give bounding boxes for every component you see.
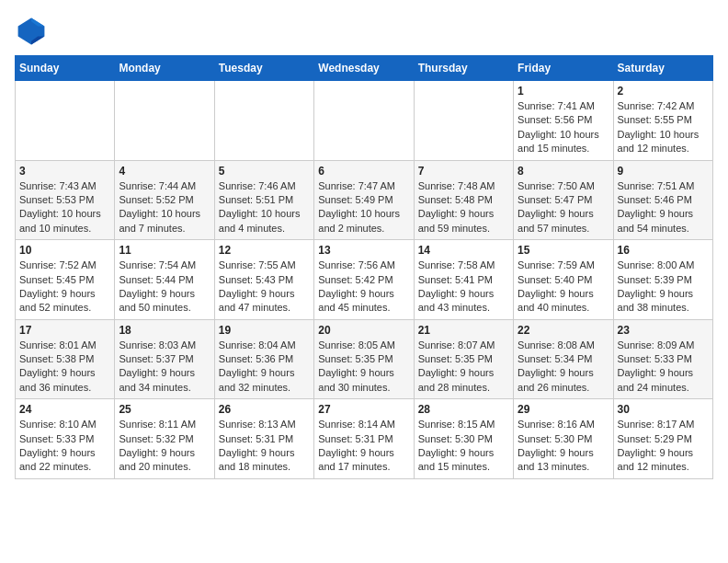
- calendar-cell: 23Sunrise: 8:09 AM Sunset: 5:33 PM Dayli…: [613, 319, 712, 399]
- day-info: Sunrise: 7:59 AM Sunset: 5:40 PM Dayligh…: [518, 259, 609, 316]
- day-number: 8: [518, 165, 609, 178]
- day-info: Sunrise: 8:03 AM Sunset: 5:37 PM Dayligh…: [119, 339, 210, 396]
- day-info: Sunrise: 8:16 AM Sunset: 5:30 PM Dayligh…: [518, 418, 609, 475]
- day-number: 5: [219, 165, 310, 178]
- day-number: 1: [518, 85, 609, 98]
- day-info: Sunrise: 7:51 AM Sunset: 5:46 PM Dayligh…: [618, 179, 709, 236]
- weekday-header-row: SundayMondayTuesdayWednesdayThursdayFrid…: [16, 56, 713, 81]
- day-number: 28: [418, 403, 509, 416]
- day-info: Sunrise: 7:44 AM Sunset: 5:52 PM Dayligh…: [119, 179, 210, 236]
- calendar-cell: 18Sunrise: 8:03 AM Sunset: 5:37 PM Dayli…: [115, 319, 214, 399]
- day-info: Sunrise: 7:47 AM Sunset: 5:49 PM Dayligh…: [318, 179, 409, 236]
- calendar-cell: 7Sunrise: 7:48 AM Sunset: 5:48 PM Daylig…: [414, 160, 513, 240]
- day-info: Sunrise: 7:41 AM Sunset: 5:56 PM Dayligh…: [518, 99, 609, 156]
- day-info: Sunrise: 8:11 AM Sunset: 5:32 PM Dayligh…: [119, 418, 210, 475]
- day-number: 29: [518, 403, 609, 416]
- calendar-cell: 2Sunrise: 7:42 AM Sunset: 5:55 PM Daylig…: [613, 81, 712, 161]
- calendar-cell: 1Sunrise: 7:41 AM Sunset: 5:56 PM Daylig…: [514, 81, 613, 161]
- calendar-cell: 27Sunrise: 8:14 AM Sunset: 5:31 PM Dayli…: [314, 399, 414, 479]
- calendar-cell: 12Sunrise: 7:55 AM Sunset: 5:43 PM Dayli…: [214, 240, 313, 320]
- day-info: Sunrise: 7:56 AM Sunset: 5:42 PM Dayligh…: [318, 259, 409, 316]
- day-info: Sunrise: 7:48 AM Sunset: 5:48 PM Dayligh…: [418, 179, 509, 236]
- calendar-cell: 22Sunrise: 8:08 AM Sunset: 5:34 PM Dayli…: [514, 319, 613, 399]
- day-info: Sunrise: 7:58 AM Sunset: 5:41 PM Dayligh…: [418, 259, 509, 316]
- logo-icon: [15, 15, 48, 48]
- calendar-cell: 20Sunrise: 8:05 AM Sunset: 5:35 PM Dayli…: [314, 319, 414, 399]
- day-number: 15: [518, 244, 609, 257]
- day-number: 24: [19, 403, 110, 416]
- calendar-cell: [16, 81, 115, 161]
- calendar-week-2: 3Sunrise: 7:43 AM Sunset: 5:53 PM Daylig…: [16, 160, 713, 240]
- calendar-cell: [414, 81, 513, 161]
- calendar-cell: 25Sunrise: 8:11 AM Sunset: 5:32 PM Dayli…: [115, 399, 214, 479]
- day-number: 26: [219, 403, 310, 416]
- day-number: 14: [418, 244, 509, 257]
- day-info: Sunrise: 7:42 AM Sunset: 5:55 PM Dayligh…: [618, 99, 709, 156]
- day-number: 27: [318, 403, 409, 416]
- day-info: Sunrise: 8:08 AM Sunset: 5:34 PM Dayligh…: [518, 339, 609, 396]
- calendar-cell: 16Sunrise: 8:00 AM Sunset: 5:39 PM Dayli…: [613, 240, 712, 320]
- day-number: 30: [618, 403, 709, 416]
- weekday-header-thursday: Thursday: [414, 56, 513, 81]
- calendar-cell: 6Sunrise: 7:47 AM Sunset: 5:49 PM Daylig…: [314, 160, 414, 240]
- calendar-cell: 8Sunrise: 7:50 AM Sunset: 5:47 PM Daylig…: [514, 160, 613, 240]
- day-number: 13: [318, 244, 409, 257]
- day-info: Sunrise: 8:04 AM Sunset: 5:36 PM Dayligh…: [219, 339, 310, 396]
- day-info: Sunrise: 7:50 AM Sunset: 5:47 PM Dayligh…: [518, 179, 609, 236]
- day-info: Sunrise: 7:52 AM Sunset: 5:45 PM Dayligh…: [19, 259, 110, 316]
- weekday-header-friday: Friday: [514, 56, 613, 81]
- day-number: 9: [618, 165, 709, 178]
- weekday-header-monday: Monday: [115, 56, 214, 81]
- day-number: 19: [219, 324, 310, 337]
- calendar-cell: 17Sunrise: 8:01 AM Sunset: 5:38 PM Dayli…: [16, 319, 115, 399]
- calendar-cell: 28Sunrise: 8:15 AM Sunset: 5:30 PM Dayli…: [414, 399, 513, 479]
- day-number: 18: [119, 324, 210, 337]
- day-number: 12: [219, 244, 310, 257]
- calendar-cell: 29Sunrise: 8:16 AM Sunset: 5:30 PM Dayli…: [514, 399, 613, 479]
- calendar-cell: 4Sunrise: 7:44 AM Sunset: 5:52 PM Daylig…: [115, 160, 214, 240]
- day-info: Sunrise: 7:55 AM Sunset: 5:43 PM Dayligh…: [219, 259, 310, 316]
- calendar-cell: 14Sunrise: 7:58 AM Sunset: 5:41 PM Dayli…: [414, 240, 513, 320]
- calendar-week-5: 24Sunrise: 8:10 AM Sunset: 5:33 PM Dayli…: [16, 399, 713, 479]
- weekday-header-tuesday: Tuesday: [214, 56, 313, 81]
- day-info: Sunrise: 7:54 AM Sunset: 5:44 PM Dayligh…: [119, 259, 210, 316]
- day-info: Sunrise: 8:10 AM Sunset: 5:33 PM Dayligh…: [19, 418, 110, 475]
- calendar-cell: 9Sunrise: 7:51 AM Sunset: 5:46 PM Daylig…: [613, 160, 712, 240]
- day-info: Sunrise: 7:43 AM Sunset: 5:53 PM Dayligh…: [19, 179, 110, 236]
- day-info: Sunrise: 8:17 AM Sunset: 5:29 PM Dayligh…: [618, 418, 709, 475]
- day-info: Sunrise: 8:00 AM Sunset: 5:39 PM Dayligh…: [618, 259, 709, 316]
- calendar-cell: [115, 81, 214, 161]
- calendar-cell: 19Sunrise: 8:04 AM Sunset: 5:36 PM Dayli…: [214, 319, 313, 399]
- day-info: Sunrise: 7:46 AM Sunset: 5:51 PM Dayligh…: [219, 179, 310, 236]
- day-number: 7: [418, 165, 509, 178]
- day-info: Sunrise: 8:09 AM Sunset: 5:33 PM Dayligh…: [618, 339, 709, 396]
- day-number: 17: [19, 324, 110, 337]
- day-number: 25: [119, 403, 210, 416]
- calendar-cell: [314, 81, 414, 161]
- day-number: 20: [318, 324, 409, 337]
- day-number: 10: [19, 244, 110, 257]
- calendar-cell: 24Sunrise: 8:10 AM Sunset: 5:33 PM Dayli…: [16, 399, 115, 479]
- page-header: [15, 15, 713, 48]
- calendar-week-1: 1Sunrise: 7:41 AM Sunset: 5:56 PM Daylig…: [16, 81, 713, 161]
- svg-marker-0: [18, 18, 45, 45]
- weekday-header-wednesday: Wednesday: [314, 56, 414, 81]
- calendar: SundayMondayTuesdayWednesdayThursdayFrid…: [15, 55, 713, 479]
- day-number: 22: [518, 324, 609, 337]
- calendar-cell: 3Sunrise: 7:43 AM Sunset: 5:53 PM Daylig…: [16, 160, 115, 240]
- day-info: Sunrise: 8:05 AM Sunset: 5:35 PM Dayligh…: [318, 339, 409, 396]
- day-info: Sunrise: 8:15 AM Sunset: 5:30 PM Dayligh…: [418, 418, 509, 475]
- day-number: 6: [318, 165, 409, 178]
- weekday-header-sunday: Sunday: [16, 56, 115, 81]
- day-number: 21: [418, 324, 509, 337]
- day-number: 11: [119, 244, 210, 257]
- calendar-cell: 30Sunrise: 8:17 AM Sunset: 5:29 PM Dayli…: [613, 399, 712, 479]
- day-number: 3: [19, 165, 110, 178]
- calendar-cell: 21Sunrise: 8:07 AM Sunset: 5:35 PM Dayli…: [414, 319, 513, 399]
- calendar-cell: 15Sunrise: 7:59 AM Sunset: 5:40 PM Dayli…: [514, 240, 613, 320]
- calendar-week-4: 17Sunrise: 8:01 AM Sunset: 5:38 PM Dayli…: [16, 319, 713, 399]
- logo: [15, 15, 51, 48]
- day-info: Sunrise: 8:14 AM Sunset: 5:31 PM Dayligh…: [318, 418, 409, 475]
- day-number: 4: [119, 165, 210, 178]
- day-info: Sunrise: 8:07 AM Sunset: 5:35 PM Dayligh…: [418, 339, 509, 396]
